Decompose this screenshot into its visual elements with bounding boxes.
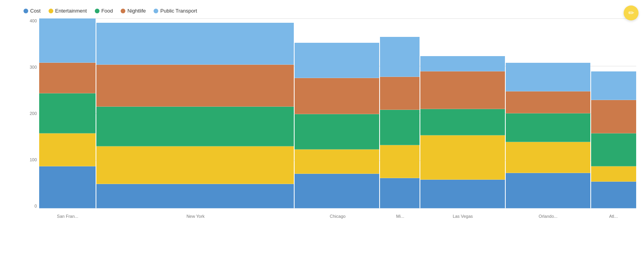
bar-stack — [591, 71, 636, 208]
bar-segment-cost — [591, 182, 636, 208]
chart-container: Cost Entertainment Food Nightlife Public… — [0, 0, 644, 259]
bar-group-new-york — [96, 18, 294, 208]
bar-segment-entertainment — [96, 146, 294, 184]
x-label-las-vegas: Las Vegas — [420, 208, 505, 224]
bar-segment-transport — [96, 23, 294, 65]
x-label-mi---: Mi... — [380, 208, 420, 224]
bar-segment-food — [96, 107, 294, 146]
x-label-san-fran---: San Fran... — [39, 208, 96, 224]
bar-segment-entertainment — [591, 166, 636, 182]
bar-stack — [295, 43, 379, 208]
bar-segment-cost — [39, 166, 96, 208]
legend-label: Public Transport — [160, 8, 197, 14]
x-labels: San Fran...New YorkChicagoMi...Las Vegas… — [39, 208, 636, 224]
chart-area: 0 100 200 300 400 San Fran...New YorkChi… — [24, 18, 636, 224]
bar-segment-transport — [295, 43, 379, 78]
legend-area: Cost Entertainment Food Nightlife Public… — [24, 8, 636, 14]
legend-dot — [121, 9, 125, 13]
bar-segment-cost — [420, 180, 505, 208]
legend-item-entertainment: Entertainment — [49, 8, 87, 14]
bar-segment-transport — [591, 71, 636, 100]
bar-segment-food — [39, 93, 96, 133]
bar-segment-cost — [506, 173, 590, 208]
bar-segment-entertainment — [420, 135, 505, 180]
bar-segment-food — [591, 133, 636, 166]
bar-segment-food — [506, 113, 590, 142]
bar-group-mi--- — [380, 18, 420, 208]
legend-item-cost: Cost — [24, 8, 41, 14]
bar-segment-cost — [380, 178, 420, 208]
bar-segment-entertainment — [295, 150, 379, 174]
bar-segment-transport — [420, 56, 505, 71]
edit-icon: ✏ — [628, 9, 634, 17]
legend-items: Cost Entertainment Food Nightlife Public… — [24, 8, 636, 14]
legend-item-public-transport: Public Transport — [154, 8, 197, 14]
legend-dot — [24, 9, 28, 13]
bar-stack — [506, 63, 590, 208]
legend-label: Entertainment — [55, 8, 87, 14]
bar-segment-nightlife — [96, 65, 294, 107]
bar-segment-entertainment — [39, 133, 96, 166]
bar-segment-nightlife — [380, 77, 420, 110]
y-label-200: 200 — [24, 111, 39, 116]
bar-stack — [96, 23, 294, 208]
bar-stack — [39, 18, 96, 208]
bar-segment-food — [380, 110, 420, 145]
bar-segment-cost — [96, 184, 294, 208]
x-label-atl---: Atl... — [591, 208, 636, 224]
bar-segment-food — [295, 114, 379, 150]
x-label-new-york: New York — [96, 208, 295, 224]
bar-segment-nightlife — [39, 63, 96, 94]
legend-label: Nightlife — [127, 8, 146, 14]
legend-dot — [95, 9, 99, 13]
bar-segment-nightlife — [506, 91, 590, 113]
bar-group-orlando--- — [506, 18, 590, 208]
legend-dot — [154, 9, 158, 13]
bar-segment-nightlife — [420, 71, 505, 109]
bar-group-san-fran--- — [39, 18, 96, 208]
bar-segment-transport — [39, 18, 96, 63]
x-label-chicago: Chicago — [295, 208, 380, 224]
y-label-0: 0 — [24, 204, 39, 208]
bar-group-las-vegas — [420, 18, 505, 208]
legend-item-nightlife: Nightlife — [121, 8, 146, 14]
bar-group-atl--- — [591, 18, 636, 208]
y-label-100: 100 — [24, 157, 39, 162]
bar-segment-nightlife — [295, 78, 379, 114]
bar-group-chicago — [295, 18, 379, 208]
bar-stack — [380, 37, 420, 208]
edit-button[interactable]: ✏ — [624, 5, 639, 20]
legend-item-food: Food — [95, 8, 113, 14]
y-label-400: 400 — [24, 18, 39, 23]
bars-area — [39, 18, 636, 208]
y-label-300: 300 — [24, 65, 39, 69]
bar-segment-entertainment — [506, 142, 590, 173]
legend-label: Food — [101, 8, 113, 14]
bar-segment-cost — [295, 174, 379, 208]
bar-segment-transport — [506, 63, 590, 91]
bar-stack — [420, 56, 505, 208]
bar-segment-transport — [380, 37, 420, 77]
legend-label: Cost — [30, 8, 41, 14]
y-axis: 0 100 200 300 400 — [24, 18, 39, 208]
legend-dot — [49, 9, 53, 13]
bar-segment-food — [420, 109, 505, 136]
bar-segment-entertainment — [380, 145, 420, 178]
x-label-orlando---: Orlando... — [505, 208, 591, 224]
bar-segment-nightlife — [591, 100, 636, 133]
